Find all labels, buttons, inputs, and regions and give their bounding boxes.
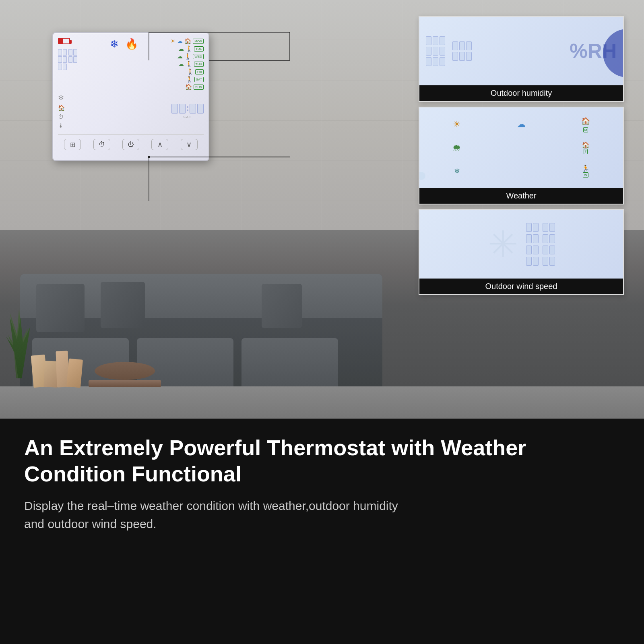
sofa-pillow-1	[36, 284, 85, 332]
wind-panel: ✳	[419, 209, 624, 295]
humidity-label: Outdoor humidity	[419, 85, 623, 101]
wind-label: Outdoor wind speed	[419, 279, 623, 294]
wind-screen: ✳	[419, 210, 623, 279]
plant-left	[0, 290, 36, 378]
product-subtext: Display the real–time weather condition …	[24, 497, 588, 533]
thermo-btn-clock[interactable]: ⏱	[93, 139, 110, 150]
cool-mode-icon: ❄	[110, 38, 119, 50]
thermo-btn-down[interactable]: ∨	[181, 139, 198, 150]
floor	[0, 386, 644, 419]
sofa-pillow-2	[101, 282, 145, 328]
sofa-pillow-3	[262, 284, 302, 328]
humidity-screen: %RH	[419, 17, 623, 85]
sofa-cushion-2	[137, 338, 233, 386]
sofa-cushion-3	[242, 338, 338, 386]
thermostat-device: ❄ 🔥 ☀ ☁ 🏠 MON ☁ 🚶 TUE ☁	[52, 32, 209, 161]
room-background: ❄ 🔥 ☀ ☁ 🏠 MON ☁ 🚶 TUE ☁	[0, 0, 644, 419]
thermo-btn-up[interactable]: ∧	[151, 139, 168, 150]
product-headline: An Extremely Powerful Thermostat with We…	[24, 435, 620, 487]
wind-vane-icon: ✳	[488, 226, 518, 262]
weather-label: Weather	[419, 188, 623, 204]
weather-panel: ☀ ☁ 🏠 M 🌧 🏠 T	[419, 107, 624, 204]
bottom-description-bar: An Extremely Powerful Thermostat with We…	[0, 419, 644, 644]
right-panels-container: %RH Outdoor humidity ☀ ☁ 🏠	[419, 16, 624, 295]
thermo-btn-power[interactable]: ⏻	[122, 139, 139, 150]
humidity-panel: %RH Outdoor humidity	[419, 16, 624, 102]
thermo-btn-menu[interactable]: ⊞	[64, 139, 81, 150]
weather-screen: ☀ ☁ 🏠 M 🌧 🏠 T	[419, 107, 623, 188]
heat-mode-icon: 🔥	[125, 38, 138, 50]
